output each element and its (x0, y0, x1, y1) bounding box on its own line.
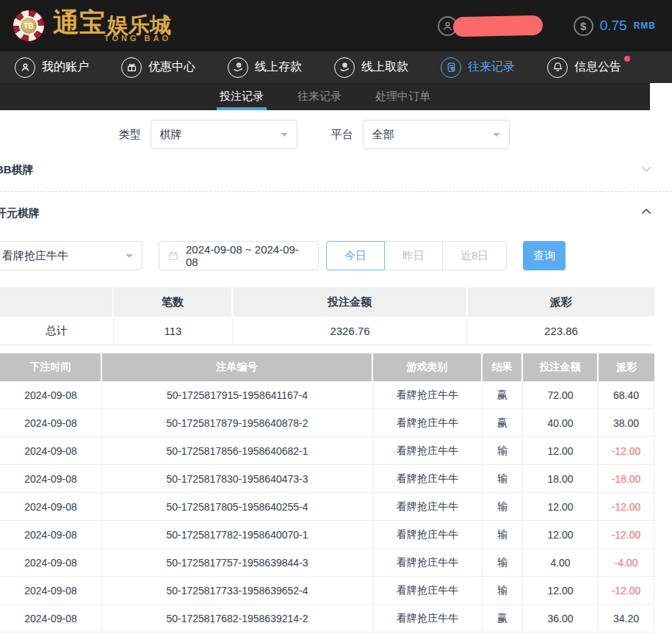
bet-result: 赢 (483, 409, 523, 436)
nav-item-announcements[interactable]: 信息公告 (547, 57, 621, 78)
bet-amount: 12.00 (523, 493, 599, 520)
bet-game: 看牌抢庄牛牛 (373, 577, 483, 604)
nav-item-deposit[interactable]: 线上存款 (228, 57, 302, 78)
nav-label: 线上存款 (255, 60, 302, 75)
table-row: 2024-09-08 50-1725817757-1958639844-3 看牌… (0, 549, 654, 577)
chevron-down-icon (281, 133, 288, 140)
nav-item-promotions[interactable]: 优惠中心 (121, 57, 195, 78)
bell-icon (547, 57, 568, 78)
sub-nav: 投注记录 往来记录 处理中订单 (0, 83, 650, 110)
bet-payout: -12.00 (599, 521, 654, 548)
date-range-value: 2024-09-08 ~ 2024-09-08 (186, 243, 310, 268)
bet-number: 50-1725817782-1958640070-1 (102, 521, 373, 548)
table-row: 2024-09-08 50-1725817682-1958639214-2 看牌… (0, 605, 654, 633)
summary-table: 笔数 投注金额 派彩 总计 113 2326.76 223.86 (0, 287, 654, 345)
bet-number: 50-1725817682-1958639214-2 (102, 605, 373, 632)
col-bet-number: 注单编号 (102, 353, 373, 381)
chevron-down-icon (126, 254, 133, 262)
bet-result: 赢 (483, 381, 523, 408)
type-select[interactable]: 棋牌 (151, 120, 297, 149)
bet-payout: -18.00 (599, 465, 654, 492)
search-button[interactable]: 查询 (523, 241, 566, 270)
chevron-up-icon[interactable] (640, 205, 653, 221)
nav-label: 往来记录 (468, 60, 515, 75)
type-select-value: 棋牌 (160, 128, 182, 142)
platform-select[interactable]: 全部 (363, 120, 510, 149)
bet-result: 输 (483, 549, 523, 576)
bet-payout: 38.00 (599, 409, 654, 436)
table-row: 2024-09-08 50-1725817733-1958639652-4 看牌… (0, 577, 654, 605)
platform-filter: 平台 全部 (331, 120, 510, 149)
bet-date: 2024-09-08 (0, 437, 102, 464)
balance[interactable]: $ 0.75 RMB (574, 16, 656, 36)
bet-result: 输 (483, 493, 523, 520)
bet-result: 输 (483, 521, 523, 548)
bet-payout: -12.00 (599, 577, 654, 604)
controls-row: 看牌抢庄牛牛 2024-09-08 ~ 2024-09-08 今日 昨日 近8日… (0, 240, 672, 271)
tab-processing-orders[interactable]: 处理中订单 (374, 83, 432, 110)
bet-number: 50-1725817879-1958640878-2 (102, 409, 373, 436)
bet-number: 50-1725817856-1958640682-1 (102, 437, 373, 464)
bet-date: 2024-09-08 (0, 605, 102, 632)
bet-result: 输 (483, 577, 523, 604)
bet-amount: 12.00 (523, 577, 599, 604)
page: TB 通宝 娱乐城 TONG BAO $ 0.75 (0, 0, 672, 634)
summary-header-count: 笔数 (114, 287, 233, 317)
bet-date: 2024-09-08 (0, 465, 102, 492)
username-redacted (452, 15, 543, 37)
chevron-down-icon (493, 133, 500, 140)
last-8-days-button[interactable]: 近8日 (442, 241, 507, 270)
tab-bet-records[interactable]: 投注记录 (218, 83, 265, 110)
bet-payout: -12.00 (599, 437, 654, 464)
col-bet-time: 下注时间 (0, 353, 102, 381)
bet-number: 50-1725817830-1958640473-3 (102, 465, 373, 492)
header-right: $ 0.75 RMB (438, 16, 656, 36)
logo-title-part1: 通宝 (53, 10, 106, 36)
bet-game: 看牌抢庄牛牛 (373, 493, 483, 520)
deposit-icon (228, 57, 248, 78)
nav-item-my-account[interactable]: 我的账户 (15, 57, 89, 78)
bet-payout: -12.00 (599, 493, 654, 520)
today-button[interactable]: 今日 (326, 241, 385, 270)
section-bb-chess[interactable]: BB棋牌 (0, 149, 672, 192)
type-filter: 类型 棋牌 (119, 120, 297, 149)
calendar-icon (167, 250, 179, 262)
bet-payout: 34.20 (599, 605, 654, 632)
yesterday-button[interactable]: 昨日 (384, 241, 443, 270)
bet-amount: 12.00 (523, 521, 599, 548)
bet-date: 2024-09-08 (0, 521, 102, 548)
balance-currency: RMB (634, 21, 656, 31)
date-range-input[interactable]: 2024-09-08 ~ 2024-09-08 (159, 241, 319, 270)
logo-title-part2: 娱乐城 (107, 15, 171, 36)
nav-item-withdraw[interactable]: 线上取款 (334, 57, 408, 78)
table-row: 2024-09-08 50-1725817782-1958640070-1 看牌… (0, 521, 654, 549)
bet-result: 赢 (483, 605, 523, 632)
section-bb-title: BB棋牌 (0, 163, 34, 177)
summary-header-empty (0, 287, 114, 317)
bet-payout: 68.40 (599, 381, 654, 408)
section-kaiyuan-chess[interactable]: 开元棋牌 (0, 192, 672, 234)
user-icon (15, 57, 35, 78)
bet-game: 看牌抢庄牛牛 (373, 409, 483, 436)
bet-number: 50-1725817733-1958639652-4 (102, 577, 373, 604)
chevron-down-icon[interactable] (640, 162, 653, 179)
bet-game: 看牌抢庄牛牛 (373, 521, 483, 548)
game-select[interactable]: 看牌抢庄牛牛 (0, 241, 142, 270)
nav-item-transaction-records[interactable]: 往来记录 (441, 57, 515, 78)
casino-chip-icon: TB (12, 9, 46, 43)
bet-number: 50-1725817757-1958639844-3 (102, 549, 373, 576)
col-result: 结果 (483, 353, 523, 381)
top-header: TB 通宝 娱乐城 TONG BAO $ 0.75 (0, 0, 672, 51)
bet-game: 看牌抢庄牛牛 (373, 549, 483, 576)
tab-transaction-records[interactable]: 往来记录 (296, 83, 343, 110)
bet-payout: -4.00 (599, 549, 654, 576)
summary-bet-value: 2326.76 (233, 317, 468, 345)
dollar-icon: $ (574, 16, 593, 36)
bet-records-table: 下注时间 注单编号 游戏类别 结果 投注金额 派彩 2024-09-08 50-… (0, 353, 654, 633)
summary-header-row: 笔数 投注金额 派彩 (0, 287, 654, 317)
bet-number: 50-1725817915-1958641167-4 (102, 381, 373, 408)
summary-total-label: 总计 (0, 317, 114, 345)
site-logo[interactable]: TB 通宝 娱乐城 TONG BAO (12, 9, 176, 43)
bet-number: 50-1725817805-1958640255-4 (102, 493, 373, 520)
bet-amount: 40.00 (523, 409, 599, 436)
